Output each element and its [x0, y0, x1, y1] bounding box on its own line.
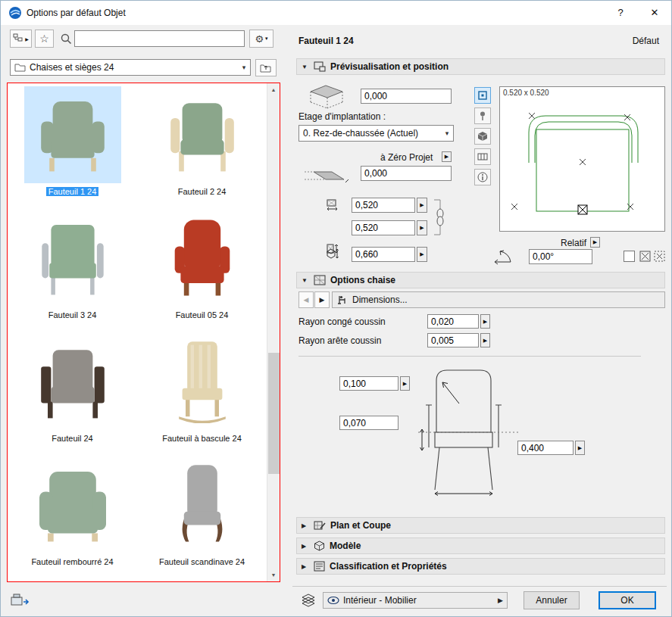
library-item-label: Fauteuil 2 24	[178, 187, 227, 196]
chair-page-icon	[336, 294, 349, 305]
section-classification[interactable]: ▶ Classification et Propriétés	[296, 558, 665, 575]
favorites-button[interactable]: ☆	[35, 30, 54, 48]
relative-menu-button[interactable]: ▶	[590, 237, 600, 248]
section-model[interactable]: ▶ Modèle	[296, 538, 665, 554]
param2-label: Rayon arête coussin	[298, 335, 381, 346]
item-thumbnail	[24, 86, 121, 183]
hotspot-placement-icon[interactable]	[639, 251, 651, 262]
param2-menu-button[interactable]: ▶	[480, 333, 490, 347]
close-button[interactable]: ✕	[641, 1, 668, 25]
library-item[interactable]: Fauteuil 1 24	[8, 86, 137, 210]
layer-menu-arrow-icon: ▶	[498, 597, 503, 604]
spin-arrow-icon: ▶	[420, 225, 424, 231]
prev-page-button[interactable]: ◀	[298, 291, 314, 308]
diagram-dim3-field[interactable]	[517, 441, 574, 455]
preview-canvas[interactable]: 0.520 x 0.520	[499, 86, 665, 232]
chair-thumbnail-image	[31, 93, 114, 176]
spin-arrow-icon: ▶	[420, 251, 424, 257]
preview-section-view-button[interactable]	[474, 148, 491, 165]
library-folder-combo[interactable]: Chaises et sièges 24 ▾	[10, 59, 251, 76]
library-item[interactable]: Fauteuil scandinave 24	[137, 457, 267, 580]
param1-label: Rayon congé coussin	[298, 316, 386, 327]
storey-combo[interactable]: 0. Rez-de-chaussée (Actuel) ▾	[298, 125, 454, 142]
diagram-dim1-menu-button[interactable]: ▶	[400, 376, 410, 391]
layer-icon	[298, 593, 318, 608]
preview-model-view-button[interactable]	[474, 128, 491, 145]
size-x-field[interactable]	[352, 198, 415, 213]
scroll-up-icon[interactable]: ▲	[267, 83, 280, 96]
section-title: Plan et Coupe	[330, 520, 391, 531]
library-item[interactable]: Fauteuil 24	[8, 333, 137, 457]
zero-ref-menu-button[interactable]: ▶	[442, 151, 452, 162]
size-z-field[interactable]	[352, 247, 415, 262]
library-item[interactable]: Fauteuil à bascule 24	[137, 333, 267, 457]
storey-value: 0. Rez-de-chaussée (Actuel)	[303, 128, 441, 139]
help-button[interactable]: ?	[611, 1, 630, 25]
offset-top-icon	[300, 83, 349, 111]
cancel-button[interactable]: Annuler	[524, 591, 580, 609]
mirror-checkbox[interactable]	[624, 251, 635, 262]
param2-field[interactable]	[427, 333, 479, 347]
library-item-list: Fauteuil 1 24 Fauteuil 2 24	[7, 83, 280, 582]
size-z-menu-button[interactable]: ▶	[417, 247, 427, 262]
offset-top-field[interactable]	[361, 89, 452, 104]
scrollbar-thumb[interactable]	[268, 353, 280, 474]
star-icon: ☆	[39, 33, 49, 45]
object-name: Fauteuil 1 24	[298, 36, 354, 46]
pushpin-icon	[477, 111, 488, 121]
library-item[interactable]: Fauteuil rembourré 24	[8, 457, 137, 580]
library-folder-value: Chaises et sièges 24	[30, 62, 238, 73]
section-view-icon	[477, 151, 488, 162]
library-item[interactable]: Fauteuil 3 24	[8, 210, 137, 333]
param1-menu-button[interactable]: ▶	[480, 314, 490, 329]
diagram-dim2-field[interactable]	[339, 416, 399, 430]
spin-arrow-icon: ▶	[578, 445, 582, 451]
diagram-dim1-field[interactable]	[339, 376, 399, 391]
ok-button[interactable]: OK	[599, 591, 656, 609]
param1-field[interactable]	[427, 314, 479, 329]
chair-options-icon	[314, 275, 326, 285]
parameter-page-value: Dimensions...	[352, 294, 661, 305]
rotation-angle-field[interactable]	[529, 249, 592, 264]
hotspot-grid-icon[interactable]	[654, 251, 665, 262]
section-plan-section[interactable]: ▶ Plan et Coupe	[296, 517, 665, 534]
library-grid: Fauteuil 1 24 Fauteuil 2 24	[8, 83, 267, 581]
load-object-button[interactable]	[10, 591, 31, 609]
chair-thumbnail-image	[161, 93, 244, 176]
parameter-page-combo[interactable]: Dimensions...	[332, 291, 665, 308]
preview-info-button[interactable]	[474, 169, 491, 185]
folder-view-button[interactable]: ▶	[10, 30, 32, 48]
preview-plan-view-button[interactable]	[474, 87, 491, 104]
size-y-field[interactable]	[352, 220, 415, 235]
scroll-down-icon[interactable]: ▼	[267, 569, 280, 581]
search-input[interactable]	[74, 30, 245, 47]
library-scrollbar[interactable]: ▲ ▼	[267, 83, 280, 581]
combo-arrow-icon: ▾	[441, 129, 453, 137]
size-x-menu-button[interactable]: ▶	[417, 198, 427, 213]
next-page-button[interactable]: ▶	[314, 291, 330, 308]
section-chair-options[interactable]: ▼ Options chaise	[296, 272, 665, 288]
library-item[interactable]: Fauteuil 2 24	[137, 86, 267, 210]
dropdown-arrow-icon: ▾	[265, 36, 268, 42]
library-item[interactable]: Fauteuil 05 24	[137, 210, 267, 333]
collapse-open-icon: ▼	[302, 277, 309, 284]
section-title: Classification et Propriétés	[330, 561, 447, 572]
combo-arrow-icon: ▾	[238, 64, 250, 71]
chair-thumbnail-image	[31, 463, 114, 547]
library-item-label: Fauteuil 24	[52, 434, 92, 443]
chair-thumbnail-image	[161, 340, 244, 423]
folder-up-button[interactable]	[255, 59, 277, 76]
titlebar[interactable]: Options par défaut Objet ? ✕	[1, 1, 671, 25]
elevation-field[interactable]	[361, 166, 452, 181]
section-preview-position[interactable]: ▼ Prévisualisation et position	[296, 58, 665, 75]
size-y-menu-button[interactable]: ▶	[417, 220, 427, 235]
anchor-hotspot	[578, 205, 587, 214]
link-dimensions-icon[interactable]	[432, 198, 444, 236]
diagram-dim3-menu-button[interactable]: ▶	[575, 441, 585, 455]
settings-menu-button[interactable]: ⚙ ▾	[249, 30, 273, 48]
preview-pin-button[interactable]	[474, 108, 491, 124]
layer-combo[interactable]: Intérieur - Mobilier ▶	[323, 592, 508, 609]
folder-tree-icon	[13, 33, 23, 44]
section-title: Options chaise	[330, 275, 395, 285]
chair-thumbnail-image	[161, 217, 244, 300]
